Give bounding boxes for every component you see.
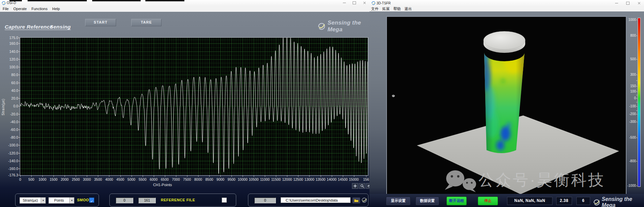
x-tick-label: 6500: [161, 177, 169, 181]
display-settings-button[interactable]: 显示设置: [386, 197, 410, 205]
x-tick-label: 15000: [349, 177, 359, 181]
colorbar-tick-mark: [636, 98, 637, 99]
crosshair-icon: [353, 184, 357, 188]
x-tick-mark: [309, 175, 310, 177]
colorbar-strip: 10008005003001501000-100-200-300-500-800…: [625, 11, 644, 207]
y-tick-label: 140.0: [0, 49, 18, 54]
3d-viewport[interactable]: 公众号·昊衡科技: [386, 16, 627, 195]
colorbar-minor-tick: [636, 80, 637, 81]
data-settings-button[interactable]: 数据设置: [416, 197, 439, 205]
x-tick-label: 10500: [249, 177, 258, 181]
y-tick-mark: [19, 59, 20, 60]
start-button[interactable]: START: [85, 19, 116, 26]
y-tick-mark: [19, 91, 20, 91]
x-tick-mark: [132, 175, 132, 177]
x-tick-label: 10000: [238, 177, 247, 181]
stop-button[interactable]: 停止: [478, 197, 498, 205]
menu-file[interactable]: File: [3, 7, 9, 11]
menu-operate[interactable]: Operate: [13, 7, 27, 11]
top-screen-artifact: [28, 0, 87, 1]
y-tick-label: -40.0: [0, 120, 18, 124]
pan-tool-button[interactable]: [366, 183, 369, 189]
colorbar-tick-label: -100: [625, 104, 636, 108]
y-axis-title: Strain(με): [1, 95, 5, 119]
colorbar-tick-mark: [636, 20, 637, 20]
disconnect-remote-button[interactable]: 断开远程: [446, 197, 467, 205]
x-tick-label: 156: [363, 177, 369, 181]
x-tick-mark: [198, 175, 199, 177]
x-tick-mark: [354, 175, 354, 177]
top-screen-artifact: [9, 0, 22, 1]
colorbar-tick-mark: [636, 114, 637, 114]
minimize-button[interactable]: [612, 1, 621, 5]
smooth-checkbox[interactable]: [89, 198, 94, 203]
reference-file-checkbox[interactable]: [222, 198, 227, 203]
x-tick-mark: [120, 175, 121, 177]
app-icon: [2, 1, 6, 5]
menu-extend[interactable]: 拓展: [382, 6, 390, 11]
path-field-count[interactable]: 0: [254, 198, 276, 203]
menu-help[interactable]: Help: [52, 7, 60, 11]
maximize-button[interactable]: [350, 1, 359, 5]
cursor-tool-button[interactable]: [352, 183, 358, 189]
colorbar-tick-mark: [636, 75, 637, 75]
zoom-tool-button[interactable]: [359, 183, 365, 189]
tab-sensing[interactable]: Sensing: [50, 24, 71, 30]
x-tick-label: 500: [28, 177, 34, 181]
colorbar-minor-tick: [636, 95, 637, 95]
colorbar-tick-mark: [636, 36, 637, 36]
y-tick-mark: [19, 114, 20, 114]
tab-capture-reference[interactable]: Capture Reference: [5, 24, 53, 30]
reference-file-label: REFERENCE FILE: [161, 198, 195, 202]
colorbar-tick-mark: [636, 122, 637, 122]
brand-logo: Sensing the Mega: [593, 196, 644, 207]
y-tick-label: -176.3: [0, 173, 18, 177]
menu-exit[interactable]: 退出: [404, 6, 412, 11]
y-tick-label: -160.0: [0, 167, 18, 171]
x-tick-mark: [321, 175, 321, 177]
browse-folder-button[interactable]: [352, 197, 360, 204]
top-screen-artifact: [92, 0, 141, 1]
y-tick-label: 160.0: [0, 41, 18, 45]
y-tick-mark: [19, 161, 20, 161]
menu-file[interactable]: 文件: [371, 6, 379, 11]
y-tick-label: -120.0: [0, 151, 18, 155]
y-tick-mark: [19, 67, 20, 67]
x-tick-label: 0: [19, 177, 21, 181]
x-tick-label: 12500: [293, 177, 303, 181]
window-title: 3D-TSFR: [377, 1, 391, 5]
menu-help[interactable]: 帮助: [393, 6, 401, 11]
menu-functions[interactable]: Functions: [31, 7, 47, 11]
x-tick-label: 3500: [94, 177, 102, 181]
x-tick-label: 4000: [105, 177, 113, 181]
maximize-button[interactable]: [623, 1, 632, 5]
x-tick-mark: [42, 175, 43, 177]
data-path-input[interactable]: [281, 197, 351, 203]
x-unit-value: Points: [49, 198, 69, 203]
x-tick-label: 2000: [61, 177, 69, 181]
left-menubar: File Operate Functions Help: [0, 6, 369, 12]
value-field-2: 6: [576, 197, 590, 205]
x-tick-mark: [31, 175, 32, 177]
close-button[interactable]: [360, 1, 369, 5]
x-tick-label: 4500: [116, 177, 124, 181]
y-tick-label: 100.0: [0, 65, 18, 69]
reference-field-1[interactable]: 0: [116, 198, 133, 203]
close-button[interactable]: [635, 1, 643, 5]
x-tick-label: 13500: [316, 177, 325, 181]
reference-field-2[interactable]: 161: [138, 198, 156, 203]
y-unit-dropdown[interactable]: Strain(με) ▾: [20, 197, 46, 204]
minimize-button[interactable]: [340, 1, 349, 5]
brand-logo-text: Sensing the Mega: [327, 20, 369, 33]
x-unit-dropdown[interactable]: Points ▾: [48, 197, 74, 204]
chevron-down-icon: ▾: [69, 198, 74, 203]
x-tick-label: 9000: [216, 177, 224, 181]
strain-chart-canvas[interactable]: [20, 38, 368, 175]
right-client-area: 公众号·昊衡科技 10008005003001501000-100-200-30…: [369, 11, 644, 207]
right-titlebar[interactable]: 3D-TSFR: [369, 0, 644, 6]
tare-button[interactable]: TARE: [131, 19, 162, 26]
x-tick-label: 9500: [227, 177, 235, 181]
x-tick-mark: [154, 175, 154, 177]
x-tick-mark: [87, 175, 87, 177]
colorbar-tick-label: 800: [625, 34, 636, 38]
